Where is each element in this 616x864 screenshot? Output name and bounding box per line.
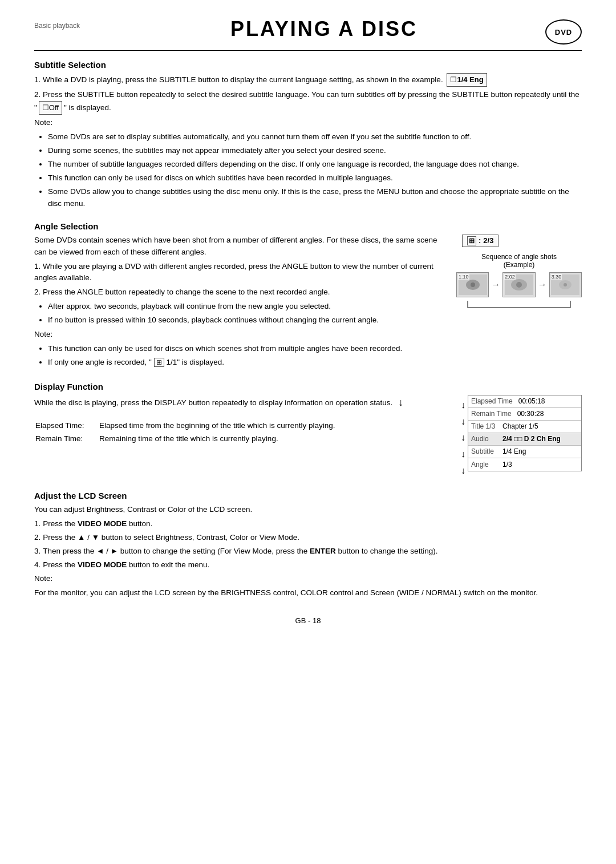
remain-label: Remain Time:: [35, 433, 98, 445]
angle-img-3: 3:30: [549, 272, 582, 297]
display-function-title: Display Function: [34, 382, 582, 391]
angle-selection-section: Angle Selection Some DVDs contain scenes…: [34, 221, 582, 370]
display-intro: While the disc is playing, press the DIS…: [34, 395, 449, 411]
list-item: Some DVDs allow you to change subtitles …: [48, 186, 582, 210]
display-table: Elapsed Time 00:05:18 Remain Time 00:30:…: [468, 395, 582, 471]
table-row: Audio 2/4 □□ D 2 Ch Eng: [468, 433, 581, 446]
header-divider: [34, 50, 582, 51]
list-item: 1.Press the VIDEO MODE button.: [34, 518, 582, 530]
angle-row: Some DVDs contain scenes which have been…: [34, 235, 582, 370]
table-row: Remain Time: Remaining time of the title…: [35, 433, 448, 445]
angle-selection-title: Angle Selection: [34, 221, 582, 231]
table-row: Subtitle 1/4 Eng: [468, 446, 581, 458]
angle-left-col: Some DVDs contain scenes which have been…: [34, 235, 445, 370]
section-label: Basic playback: [34, 22, 103, 30]
remain-desc: Remaining time of the title which is cur…: [99, 433, 448, 445]
adjust-lcd-section: Adjust the LCD Screen You can adjust Bri…: [34, 491, 582, 599]
list-item: After approx. two seconds, playback will…: [48, 301, 445, 313]
adjust-lcd-intro: You can adjust Brightness, Contrast or C…: [34, 504, 582, 516]
angle-step1: 1. While you are playing a DVD with diff…: [34, 261, 445, 285]
arrow-right-icon: →: [491, 280, 500, 290]
bracket-line: [456, 300, 582, 309]
display-right-area: ↓ ↓ ↓ ↓ ↓ Elapsed Time 00:05:18 Remain T…: [461, 395, 582, 479]
angle-caption: Sequence of angle shots (Example): [456, 253, 582, 269]
svg-point-5: [516, 282, 522, 288]
list-item: Some DVDs are set to display subtitles a…: [48, 131, 582, 143]
list-item: This function can only be used for discs…: [48, 343, 445, 355]
subtitle-badge2: ☐ Off: [39, 101, 62, 115]
footer: GB - 18: [34, 616, 582, 625]
list-item: 3.Then press the ◄ / ► button to change …: [34, 546, 582, 558]
adjust-lcd-title: Adjust the LCD Screen: [34, 491, 582, 500]
dvd-logo: DVD: [545, 19, 582, 45]
angle-intro: Some DVDs contain scenes which have been…: [34, 235, 445, 259]
page-number: GB - 18: [295, 616, 321, 625]
arrow-right-icon2: →: [538, 280, 547, 290]
angle-img-1: 1:10: [456, 272, 489, 297]
list-item: The number of subtitle languages recorde…: [48, 159, 582, 171]
display-arrows: ↓ ↓ ↓ ↓ ↓: [461, 395, 465, 479]
adjust-lcd-steps: 1.Press the VIDEO MODE button. 2.Press t…: [34, 518, 582, 571]
list-item: This function can only be used for discs…: [48, 172, 582, 184]
display-row: While the disc is playing, press the DIS…: [34, 395, 582, 479]
display-left-col: While the disc is playing, press the DIS…: [34, 395, 449, 446]
subtitle-para1: 1. While a DVD is playing, press the SUB…: [34, 73, 582, 87]
adjust-note-label: Note:: [34, 573, 582, 585]
angle-images: 1:10 → 2:02 → 3:30: [456, 272, 582, 297]
list-item: During some scenes, the subtitles may no…: [48, 145, 582, 157]
elapsed-table: Elapsed Time: Elapsed time from the begi…: [34, 419, 449, 446]
svg-point-8: [564, 283, 567, 286]
list-item: If only one angle is recorded, " ⊞ 1/1" …: [48, 357, 445, 369]
subtitle-bullets: Some DVDs are set to display subtitles a…: [48, 131, 582, 210]
adjust-note-text: For the monitor, you can adjust the LCD …: [34, 587, 582, 599]
list-item: 4.Press the VIDEO MODE button to exit th…: [34, 559, 582, 571]
angle-right-col: ⊞ : 2/3 Sequence of angle shots (Example…: [456, 235, 582, 309]
table-row: Angle 1/3: [468, 458, 581, 471]
subtitle-note-label: Note:: [34, 117, 582, 129]
list-item: If no button is pressed within 10 second…: [48, 314, 445, 326]
table-row: Elapsed Time: Elapsed time from the begi…: [35, 420, 448, 432]
svg-point-2: [471, 282, 475, 287]
page-header: Basic playback PLAYING A DISC DVD: [34, 17, 582, 45]
subtitle-selection-title: Subtitle Selection: [34, 60, 582, 70]
angle-img-2: 2:02: [502, 272, 535, 297]
table-row: Elapsed Time 00:05:18: [468, 395, 581, 408]
angle-step2: 2. Press the ANGLE button repeatedly to …: [34, 286, 445, 298]
subtitle-selection-section: Subtitle Selection 1. While a DVD is pla…: [34, 60, 582, 210]
elapsed-desc: Elapsed time from the beginning of the t…: [99, 420, 448, 432]
table-row: Remain Time 00:30:28: [468, 408, 581, 421]
subtitle-para2: 2. Press the SUBTITLE button repeatedly …: [34, 89, 582, 115]
angle-note-label: Note:: [34, 329, 445, 341]
page-title: PLAYING A DISC: [103, 17, 545, 41]
table-row: Title 1/3 Chapter 1/5: [468, 421, 581, 433]
angle-badge: ⊞ : 2/3: [462, 235, 499, 247]
display-function-section: Display Function While the disc is playi…: [34, 382, 582, 479]
display-down-arrow: ↓: [398, 397, 403, 408]
elapsed-label: Elapsed Time:: [35, 420, 98, 432]
subtitle-badge1: ☐ 1/4 Eng: [447, 73, 487, 87]
list-item: 2.Press the ▲ / ▼ button to select Brigh…: [34, 532, 582, 544]
angle-note-bullets: This function can only be used for discs…: [48, 343, 445, 369]
angle-bullets: After approx. two seconds, playback will…: [48, 301, 445, 326]
